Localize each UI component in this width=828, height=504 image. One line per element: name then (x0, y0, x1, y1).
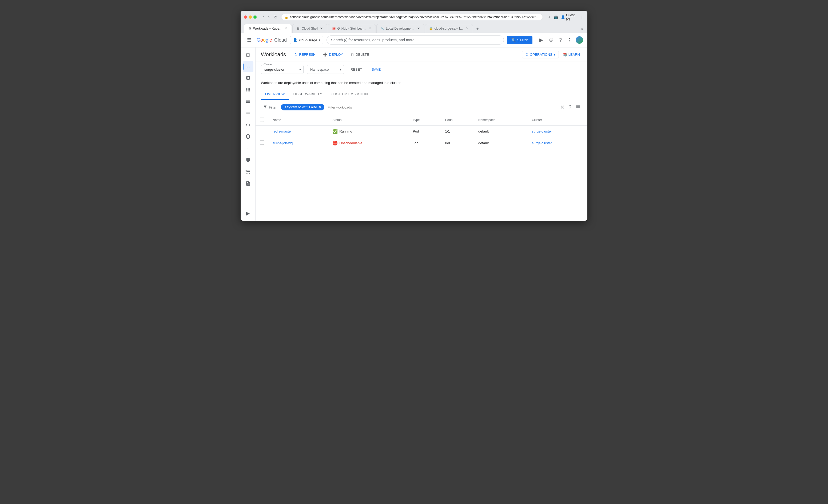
save-btn[interactable]: SAVE (368, 65, 384, 74)
header-checkbox-cell (255, 115, 268, 126)
operations-icon: ⚙ (526, 52, 529, 56)
menu-btn[interactable]: ⋮ (580, 15, 584, 20)
status-error-icon: ⛔ (332, 140, 338, 145)
tab-cloud-shell[interactable]: 🖥 Cloud Shell ✕ (292, 24, 327, 33)
namespace-select[interactable]: Namespace (307, 65, 344, 74)
tab-github[interactable]: 🐙 GitHub - Steinbeck-Lab/clou… ✕ (328, 24, 376, 33)
tab-list-btn[interactable]: ▼ (580, 27, 584, 32)
header-pods[interactable]: Pods (441, 115, 474, 126)
tab-favicon-2: 🖥 (296, 27, 300, 30)
sidebar-item-apps[interactable] (243, 85, 253, 95)
workloads-icon (245, 64, 251, 70)
learn-label: LEARN (569, 52, 580, 56)
help-btn[interactable]: ? (557, 36, 564, 45)
row2-cluster-link[interactable]: surge-cluster (532, 141, 552, 145)
hamburger-btn[interactable]: ☰ (245, 35, 253, 45)
help-filter-btn[interactable]: ? (567, 103, 573, 112)
tab-close-1[interactable]: ✕ (284, 27, 288, 31)
table-body: redis-master ✅ Running Pod (255, 125, 587, 149)
select-all-checkbox[interactable] (260, 118, 264, 122)
learn-btn[interactable]: 📚 LEARN (561, 51, 582, 58)
cloud-shell-btn[interactable]: ▶ (538, 36, 545, 45)
sidebar-item-marketplace[interactable] (243, 167, 253, 178)
reload-btn[interactable]: ↻ (272, 14, 279, 20)
main-layout: ⊞ (241, 47, 587, 221)
row2-checkbox[interactable] (260, 140, 264, 145)
reset-btn[interactable]: RESET (347, 65, 365, 74)
address-bar[interactable]: 🔒 console.cloud.google.com/kubernetes/wo… (281, 14, 543, 20)
deploy-btn[interactable]: ➕ DEPLOY (321, 51, 345, 58)
row2-status-link[interactable]: Unschedulable (339, 141, 362, 145)
header-cluster[interactable]: Cluster (528, 115, 587, 126)
clear-filter-btn[interactable]: ✕ (559, 103, 566, 112)
row1-name-link[interactable]: redis-master (273, 129, 292, 133)
header-type[interactable]: Type (408, 115, 441, 126)
cluster-select[interactable]: surge-cluster (261, 65, 303, 74)
tab-observability[interactable]: OBSERVABILITY (289, 89, 327, 100)
logo-o2: o (263, 37, 266, 43)
tab-favicon-4: 🔧 (380, 27, 384, 30)
tab-close-4[interactable]: ✕ (417, 27, 420, 31)
right-actions: ⚙ OPERATIONS ▾ 📚 LEARN (522, 51, 582, 58)
row1-status: ✅ Running (332, 129, 404, 134)
sidebar-item-dashboard[interactable]: ⊞ (243, 50, 253, 60)
download-btn[interactable]: ⬇ (547, 15, 551, 20)
header-namespace[interactable]: Namespace (474, 115, 528, 126)
tab-workloads[interactable]: ⚙ Workloads – Kubernetes Engi… ✕ (244, 24, 292, 33)
traffic-lights (244, 15, 257, 19)
maximize-window-btn[interactable] (253, 15, 257, 19)
sidebar-item-docs[interactable] (243, 179, 253, 189)
description: Workloads are deployable units of comput… (255, 77, 587, 89)
sidebar-item-workloads[interactable] (243, 61, 253, 72)
search-btn-label: Search (517, 38, 528, 42)
sidebar-item-shield[interactable] (243, 155, 253, 166)
filter-chip[interactable]: Is system object : False ✕ (281, 104, 324, 111)
sort-name-icon[interactable]: ↑ (283, 118, 285, 122)
new-tab-btn[interactable]: + (473, 25, 481, 33)
tab-overview[interactable]: OVERVIEW (261, 89, 289, 100)
filter-btn[interactable]: Filter (261, 103, 279, 112)
search-bar[interactable]: Search (/) for resources, docs, products… (327, 36, 504, 45)
minimize-window-btn[interactable] (249, 15, 252, 19)
address-text: console.cloud.google.com/kubernetes/work… (290, 15, 539, 19)
project-selector[interactable]: 👤 cloud-surge ▾ (290, 36, 323, 44)
header-status[interactable]: Status (328, 115, 408, 126)
delete-btn[interactable]: 🗑 DELETE (348, 51, 371, 58)
row1-cluster-link[interactable]: surge-cluster (532, 129, 552, 133)
column-toggle-btn[interactable] (574, 103, 582, 112)
more-options-btn[interactable]: ⋮ (566, 36, 574, 45)
notification-area[interactable]: ① (547, 36, 555, 44)
tab-title-5: cloud-surge-sa – IAM & Admi… (434, 27, 464, 30)
tab-cost-optimization[interactable]: COST OPTIMIZATION (327, 89, 372, 100)
tab-local-dev[interactable]: 🔧 Local Development (minikube… ✕ (376, 24, 424, 33)
tab-iam[interactable]: 🔒 cloud-surge-sa – IAM & Admi… ✕ (425, 24, 473, 33)
row2-cluster-cell: surge-cluster (528, 137, 587, 149)
filter-workloads-input[interactable] (327, 104, 557, 111)
operations-btn[interactable]: ⚙ OPERATIONS ▾ (522, 51, 558, 58)
tab-close-5[interactable]: ✕ (465, 27, 469, 31)
sidebar-item-storage[interactable] (243, 108, 253, 119)
sidebar-expand-btn[interactable]: ▶ (243, 208, 253, 219)
cluster-select-group: Cluster surge-cluster (261, 65, 303, 74)
forward-btn[interactable]: › (266, 14, 271, 20)
chip-close-btn[interactable]: ✕ (319, 105, 322, 109)
logo-g: G (257, 37, 260, 43)
row2-name-link[interactable]: surge-job-wq (273, 141, 293, 145)
header-name[interactable]: Name ↑ (268, 115, 328, 126)
sidebar-item-services[interactable] (243, 73, 253, 84)
tab-close-3[interactable]: ✕ (368, 27, 372, 31)
back-btn[interactable]: ‹ (261, 14, 265, 20)
tab-favicon-3: 🐙 (332, 27, 336, 30)
sidebar-item-config[interactable] (243, 96, 253, 107)
tab-close-2[interactable]: ✕ (320, 27, 323, 31)
cast-btn[interactable]: 📺 (553, 15, 559, 20)
google-cloud-logo[interactable]: Google Cloud (257, 37, 287, 43)
sidebar-item-security[interactable] (243, 132, 253, 142)
row2-namespace-cell: default (474, 137, 528, 149)
search-btn[interactable]: 🔍 Search (507, 36, 532, 44)
refresh-btn[interactable]: ↻ REFRESH (292, 51, 318, 58)
user-avatar[interactable] (576, 36, 583, 44)
sidebar-item-deploy[interactable] (243, 120, 253, 131)
row1-checkbox[interactable] (260, 129, 264, 133)
close-window-btn[interactable] (244, 15, 247, 19)
